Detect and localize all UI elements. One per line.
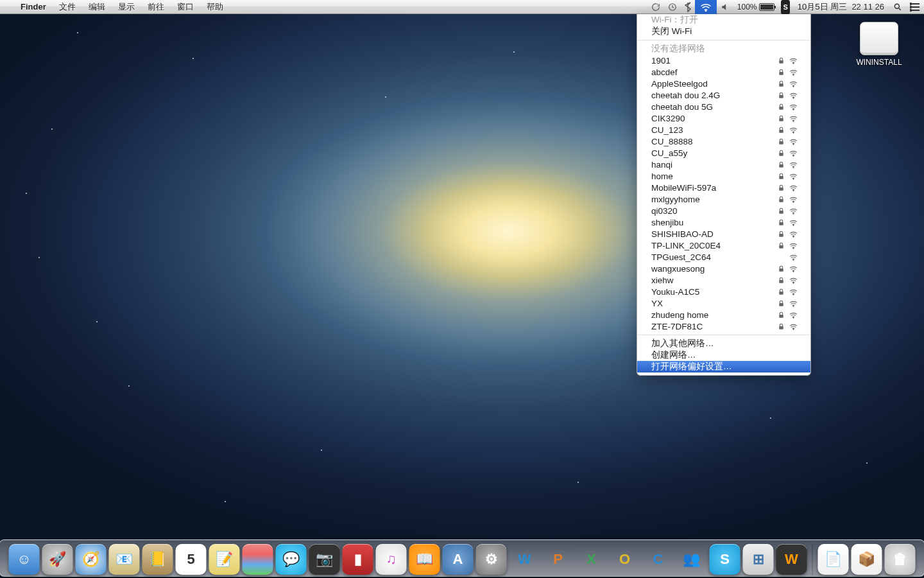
dock-wps-p[interactable]: P (543, 544, 574, 575)
wifi-network-item[interactable]: cheetah dou 5G (637, 101, 810, 112)
wifi-network-item[interactable]: MobileWiFi-597a (637, 182, 810, 193)
dock-documents[interactable]: 📄 (818, 544, 849, 575)
menu-文件[interactable]: 文件 (53, 0, 82, 14)
wifi-open-prefs[interactable]: 打开网络偏好设置… (637, 361, 810, 372)
wifi-toggle-off[interactable]: 关闭 Wi-Fi (637, 26, 810, 37)
dock-notes[interactable]: 📝 (209, 544, 240, 575)
wifi-network-name: MobileWiFi-597a (651, 183, 716, 193)
wifi-network-item[interactable]: TP-LINK_20C0E4 (637, 240, 810, 251)
lock-icon (777, 57, 785, 65)
drive-label: WININSTALL (853, 58, 905, 67)
dock-contacts[interactable]: 📒 (142, 544, 173, 575)
dock-photobooth[interactable]: ▮ (343, 544, 373, 575)
wifi-network-item[interactable]: ZTE-7DF81C (637, 320, 810, 332)
svg-point-47 (793, 283, 794, 283)
dock-downloads[interactable]: 📦 (851, 544, 882, 575)
wifi-network-name: hanqi (651, 160, 672, 170)
wifi-network-item[interactable]: CU_a55y (637, 147, 810, 159)
spotlight-icon[interactable] (889, 0, 906, 14)
wifi-network-item[interactable]: home (637, 170, 810, 182)
menu-帮助[interactable]: 帮助 (200, 0, 230, 14)
wifi-signal-icon (789, 114, 798, 123)
dock-mail[interactable]: 📧 (109, 544, 140, 575)
input-source-icon[interactable]: S (781, 0, 789, 14)
wifi-network-item[interactable]: SHISHIBAO-AD (637, 228, 810, 240)
dock-facetime[interactable]: 📷 (309, 544, 340, 575)
date-display[interactable]: 10月5日 周三 22 11 26 (792, 0, 889, 14)
dock-letter-o[interactable]: O (610, 544, 640, 575)
wifi-join-other[interactable]: 加入其他网络… (637, 338, 810, 349)
dock-itunes[interactable]: ♫ (376, 544, 407, 575)
wifi-network-item[interactable]: shenjibu (637, 216, 810, 228)
wifi-network-item[interactable]: cheetah dou 2.4G (637, 89, 810, 101)
wifi-network-item[interactable]: qi0320 (637, 205, 810, 216)
svg-rect-13 (779, 83, 783, 86)
wifi-network-item[interactable]: AppleSteelgod (637, 78, 810, 89)
menu-编辑[interactable]: 编辑 (82, 0, 112, 14)
dock-letter-c[interactable]: C (643, 544, 674, 575)
dock-skype[interactable]: S (710, 544, 740, 575)
lock-icon (777, 288, 785, 296)
dock-wps-w[interactable]: W (509, 544, 540, 575)
battery-status[interactable]: 100% (733, 0, 779, 14)
sync-icon[interactable] (647, 0, 664, 14)
wifi-network-item[interactable]: zhudeng home (637, 309, 810, 320)
wifi-network-item[interactable]: Youku-A1C5 (637, 286, 810, 297)
dock-wps-x[interactable]: X (576, 544, 607, 575)
dock-appstore[interactable]: A (443, 544, 474, 575)
dock-finder[interactable]: ☺ (9, 544, 40, 575)
lock-icon (777, 276, 785, 285)
wifi-network-item[interactable]: YX (637, 297, 810, 309)
dock-glyph: P (553, 551, 563, 568)
svg-rect-39 (779, 233, 783, 236)
dock-launchpad[interactable]: 🚀 (42, 544, 73, 575)
dock-preferences[interactable]: ⚙ (476, 544, 507, 575)
dock-trash[interactable]: 🗑 (885, 544, 916, 575)
wifi-signal-icon (789, 91, 798, 100)
wifi-network-item[interactable]: CU_123 (637, 124, 810, 136)
wifi-signal-icon (789, 230, 798, 238)
menu-前往[interactable]: 前往 (141, 0, 171, 14)
svg-point-38 (793, 225, 794, 225)
dock-vm[interactable]: ⊞ (743, 544, 774, 575)
notification-center-icon[interactable] (906, 0, 924, 14)
wifi-signal-icon (789, 57, 798, 65)
wifi-network-item[interactable]: 1901 (637, 55, 810, 66)
dock-messages[interactable]: 💬 (276, 544, 307, 575)
dock-glyph: W (785, 551, 798, 568)
lock-icon (777, 241, 785, 250)
menu-显示[interactable]: 显示 (112, 0, 141, 14)
bluetooth-icon[interactable] (681, 0, 695, 14)
dock-safari[interactable]: 🧭 (76, 544, 107, 575)
wifi-network-name: TPGuest_2C64 (651, 252, 711, 262)
dock-reminders[interactable] (243, 544, 273, 575)
dock-glyph: 📝 (216, 551, 233, 568)
wifi-network-item[interactable]: TPGuest_2C64 (637, 251, 810, 263)
dock-msn[interactable]: 👥 (676, 544, 707, 575)
wifi-signal-icon (789, 265, 798, 273)
wifi-signal-icon (789, 253, 798, 261)
wifi-create-network[interactable]: 创建网络… (637, 349, 810, 361)
dock: ☺🚀🧭📧📒5📝💬📷▮♫📖A⚙WPXOC👥S⊞W 📄📦🗑 (0, 539, 924, 577)
wifi-icon[interactable] (695, 0, 717, 14)
timemachine-icon[interactable] (664, 0, 681, 14)
volume-icon[interactable] (717, 0, 733, 14)
wifi-network-name: zhudeng home (651, 310, 708, 320)
desktop-drive[interactable]: WININSTALL (853, 22, 905, 67)
svg-rect-17 (779, 106, 783, 109)
svg-point-43 (793, 259, 794, 260)
wifi-network-item[interactable]: mxlgyyhome (637, 193, 810, 205)
app-name[interactable]: Finder (14, 2, 53, 12)
wifi-network-item[interactable]: CU_88888 (637, 136, 810, 147)
wifi-network-name: 1901 (651, 56, 671, 66)
wifi-network-item[interactable]: xiehw (637, 274, 810, 286)
dock-calendar[interactable]: 5 (176, 544, 207, 575)
menu-窗口[interactable]: 窗口 (171, 0, 200, 14)
wifi-network-item[interactable]: wangxuesong (637, 263, 810, 274)
wifi-network-item[interactable]: hanqi (637, 159, 810, 170)
wifi-network-item[interactable]: abcdef (637, 66, 810, 78)
dock-walkman[interactable]: W (776, 544, 807, 575)
wifi-signal-icon (789, 149, 798, 157)
dock-ibooks[interactable]: 📖 (409, 544, 440, 575)
wifi-network-item[interactable]: CIK3290 (637, 112, 810, 124)
